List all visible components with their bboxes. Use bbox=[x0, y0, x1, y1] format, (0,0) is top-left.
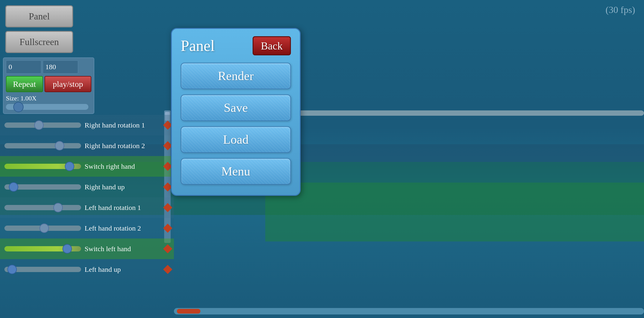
panel-modal: Panel Back Render Save Load Menu bbox=[171, 28, 301, 196]
slider-thumb-4[interactable] bbox=[53, 203, 63, 212]
fps-display: (30 fps) bbox=[606, 4, 635, 15]
repeat-button[interactable]: Repeat bbox=[6, 76, 43, 92]
render-button[interactable]: Render bbox=[181, 63, 291, 89]
fullscreen-button-label: Fullscreen bbox=[19, 37, 59, 47]
slider-row-2: Switch right hand bbox=[0, 156, 174, 177]
slider-label-2: Switch right hand bbox=[85, 163, 135, 170]
end-input[interactable] bbox=[43, 60, 78, 74]
slider-track-1[interactable] bbox=[4, 143, 81, 148]
slider-label-5: Left hand rotation 2 bbox=[85, 224, 141, 232]
slider-label-6: Switch left hand bbox=[85, 245, 131, 253]
slider-label-4: Left hand rotation 1 bbox=[85, 204, 141, 212]
slider-thumb-5[interactable] bbox=[39, 223, 49, 233]
slider-row-7: Left hand up bbox=[0, 259, 174, 280]
control-box: Repeat play/stop Size: 1.00X bbox=[3, 57, 94, 114]
diamond-icon-5 bbox=[163, 223, 172, 233]
load-button-label: Load bbox=[223, 132, 248, 147]
slider-row-0: Right hand rotation 1 bbox=[0, 115, 174, 135]
menu-button[interactable]: Menu bbox=[181, 158, 291, 185]
slider-thumb-0[interactable] bbox=[34, 120, 44, 130]
save-button-label: Save bbox=[224, 101, 248, 115]
fullscreen-button[interactable]: Fullscreen bbox=[5, 31, 73, 53]
render-button-label: Render bbox=[218, 69, 253, 83]
panel-modal-header: Panel Back bbox=[181, 36, 291, 55]
playstop-button[interactable]: play/stop bbox=[45, 76, 91, 92]
btn-row: Repeat play/stop bbox=[6, 76, 91, 92]
slider-track-7[interactable] bbox=[4, 267, 81, 272]
start-input[interactable] bbox=[6, 60, 41, 74]
bottom-scrollbar[interactable] bbox=[174, 308, 644, 314]
slider-thumb-7[interactable] bbox=[7, 265, 17, 274]
slider-track-5[interactable] bbox=[4, 226, 81, 231]
slider-track-0[interactable] bbox=[4, 122, 81, 128]
back-button[interactable]: Back bbox=[253, 36, 291, 55]
bottom-scrollbar-thumb bbox=[177, 309, 200, 314]
slider-label-1: Right hand rotation 2 bbox=[85, 142, 145, 150]
slider-row-3: Right hand up bbox=[0, 177, 174, 197]
load-button[interactable]: Load bbox=[181, 126, 291, 153]
menu-button-label: Menu bbox=[221, 164, 250, 178]
slider-row-5: Left hand rotation 2 bbox=[0, 218, 174, 238]
diamond-icon-6 bbox=[163, 244, 172, 253]
slider-thumb-1[interactable] bbox=[55, 141, 64, 150]
slider-track-4[interactable] bbox=[4, 205, 81, 210]
slider-label-7: Left hand up bbox=[85, 266, 121, 274]
panel-main-button[interactable]: Panel bbox=[5, 5, 73, 27]
slider-row-4: Left hand rotation 1 bbox=[0, 197, 174, 218]
slider-row-1: Right hand rotation 2 bbox=[0, 135, 174, 156]
size-slider[interactable] bbox=[6, 104, 88, 110]
slider-container: Right hand rotation 1 Right hand rotatio… bbox=[0, 115, 174, 280]
slider-label-0: Right hand rotation 1 bbox=[85, 121, 145, 129]
slider-track-2[interactable] bbox=[4, 164, 81, 169]
slider-thumb-3[interactable] bbox=[9, 182, 18, 192]
slider-track-3[interactable] bbox=[4, 184, 81, 190]
slider-track-6[interactable] bbox=[4, 246, 81, 251]
save-button[interactable]: Save bbox=[181, 95, 291, 121]
slider-thumb-2[interactable] bbox=[65, 162, 74, 171]
bg-stripe-green bbox=[265, 183, 644, 241]
diamond-icon-4 bbox=[163, 203, 172, 212]
panel-main-button-label: Panel bbox=[29, 11, 50, 22]
input-row bbox=[6, 60, 91, 74]
slider-row-6: Switch left hand bbox=[0, 238, 174, 259]
top-scrollbar[interactable] bbox=[265, 110, 644, 116]
slider-thumb-6[interactable] bbox=[62, 244, 72, 254]
panel-modal-title: Panel bbox=[181, 37, 215, 54]
slider-label-3: Right hand up bbox=[85, 183, 125, 191]
diamond-icon-7 bbox=[163, 265, 172, 274]
size-label: Size: 1.00X bbox=[6, 95, 91, 102]
sidebar: Panel Fullscreen Repeat play/stop Size: … bbox=[0, 0, 174, 318]
